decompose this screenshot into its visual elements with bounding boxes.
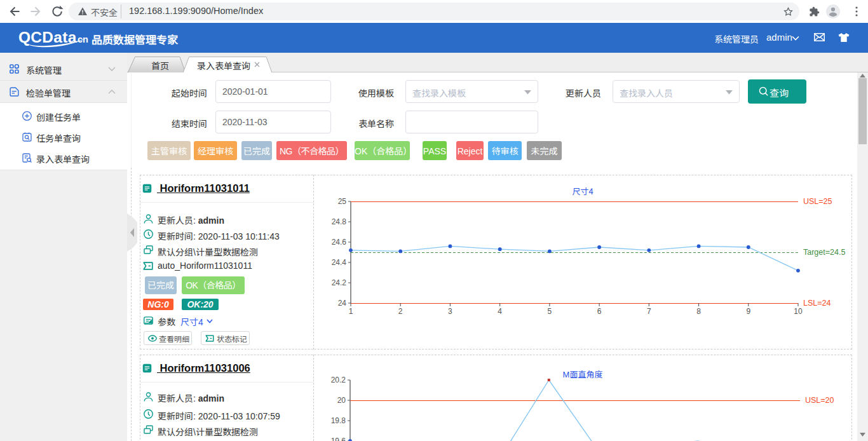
svg-text:3: 3 bbox=[448, 307, 452, 316]
svg-text:25: 25 bbox=[338, 197, 347, 206]
svg-text:4: 4 bbox=[498, 307, 502, 316]
svg-text:9: 9 bbox=[746, 307, 750, 316]
svg-text:24: 24 bbox=[338, 299, 347, 308]
svg-text:24.8: 24.8 bbox=[332, 217, 347, 226]
svg-text:19.8: 19.8 bbox=[331, 416, 346, 425]
svg-text:24.4: 24.4 bbox=[332, 258, 347, 267]
svg-text:19.6: 19.6 bbox=[331, 437, 346, 441]
svg-text:5: 5 bbox=[548, 307, 552, 316]
svg-text:QCData: QCData bbox=[18, 29, 77, 46]
svg-text:USL=25: USL=25 bbox=[803, 197, 832, 206]
svg-text:1: 1 bbox=[349, 307, 353, 316]
svg-text:M面直角度: M面直角度 bbox=[563, 368, 603, 380]
svg-text:24.6: 24.6 bbox=[332, 238, 347, 247]
svg-text:24.2: 24.2 bbox=[332, 278, 347, 287]
svg-text:Target=24.5: Target=24.5 bbox=[803, 248, 845, 257]
svg-text:.cn: .cn bbox=[75, 34, 88, 44]
svg-text:2: 2 bbox=[398, 307, 403, 316]
svg-text:USL=20: USL=20 bbox=[805, 396, 834, 405]
svg-text:10: 10 bbox=[794, 307, 803, 316]
svg-text:20: 20 bbox=[337, 396, 346, 405]
svg-text:8: 8 bbox=[696, 307, 701, 316]
svg-text:7: 7 bbox=[647, 307, 651, 316]
svg-text:LSL=24: LSL=24 bbox=[803, 299, 831, 308]
svg-text:20.2: 20.2 bbox=[331, 376, 346, 384]
svg-text:尺寸4: 尺寸4 bbox=[572, 185, 593, 197]
svg-text:6: 6 bbox=[597, 307, 602, 316]
